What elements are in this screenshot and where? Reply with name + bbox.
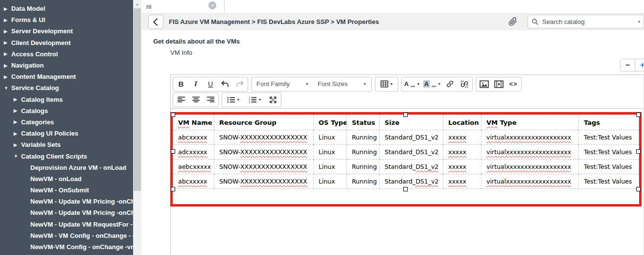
table-cell[interactable]: aebcxxxxx	[173, 160, 214, 174]
sidebar-item-categories[interactable]: ▶Categories	[0, 116, 133, 128]
numbered-list-button[interactable]: 1 2 3 ▼	[244, 93, 266, 106]
table-cell[interactable]: virtualxxxxxxxxxxxxxxxxxx	[482, 160, 579, 174]
undo-button[interactable]	[218, 78, 232, 91]
resize-handle-top-right[interactable]	[636, 113, 641, 117]
table-cell[interactable]: abcxxxxx	[173, 130, 214, 145]
table-cell[interactable]: Linux	[314, 174, 347, 189]
italic-button[interactable]: I	[188, 78, 203, 91]
tab-ni[interactable]: ni ×	[141, 0, 225, 13]
table-cell[interactable]: Standard_DS1_v2	[380, 174, 443, 189]
fullscreen-button[interactable]	[266, 93, 280, 106]
remove-link-button[interactable]	[457, 78, 472, 91]
table-cell[interactable]: virtualxxxxxxxxxxxxxxxxxx	[482, 145, 579, 160]
table-cell[interactable]: Standard_DS1_v2	[380, 130, 443, 145]
sidebar-item-newvm-onload[interactable]: NewVM - onLoad	[0, 173, 133, 185]
tree-collapsed-icon[interactable]: ▶	[4, 18, 9, 23]
table-cell[interactable]: virtualxxxxxxxxxxxxxxxxxx	[482, 130, 579, 145]
sidebar-item-newvm-vm-config-onchange-vm-use[interactable]: NewVM-VM Config - onChange -vm_use	[0, 241, 133, 253]
scrollbar-up-icon[interactable]: ▲	[133, 0, 141, 8]
table-cell[interactable]: Running	[347, 130, 380, 145]
resize-handle-bottom-left[interactable]	[171, 187, 175, 191]
font-family-dropdown[interactable]: Font Family ▼	[252, 78, 313, 91]
insert-media-button[interactable]	[491, 78, 506, 91]
insert-image-button[interactable]	[477, 78, 491, 91]
sidebar-item-newvm-update-vm-requestfor-oncha[interactable]: NewVM - Update VM RequestFor - onCha	[0, 219, 133, 230]
insert-link-button[interactable]	[442, 78, 457, 91]
table-cell[interactable]: Linux	[314, 160, 347, 174]
sidebar-item-catalog-items[interactable]: ▶Catalog Items	[0, 94, 133, 105]
table-cell[interactable]: Running	[347, 160, 380, 174]
tree-collapsed-icon[interactable]: ▶	[4, 29, 9, 34]
table-cell[interactable]: adcxxxxx	[173, 145, 214, 160]
attachment-paperclip-icon[interactable]	[507, 16, 518, 28]
sidebar-item-catalog-client-scripts[interactable]: ▼Catalog Client Scripts	[0, 150, 133, 162]
sidebar-item-forms-ui[interactable]: ▶Forms & UI	[0, 14, 133, 25]
tree-collapsed-icon[interactable]: ▶	[4, 63, 9, 68]
resize-handle-middle-left[interactable]	[171, 149, 175, 154]
vm-table[interactable]: VM NameResource GroupOS TypeStatusSizeLo…	[173, 115, 639, 189]
tree-collapsed-icon[interactable]: ▶	[4, 51, 9, 56]
table-cell[interactable]: Test:Test Values	[579, 145, 639, 160]
tree-collapsed-icon[interactable]: ▶	[14, 131, 19, 136]
tree-expanded-icon[interactable]: ▼	[14, 154, 19, 159]
bold-button[interactable]: B	[174, 78, 188, 91]
sidebar-item-newvm-update-vm-pricing-onchange[interactable]: NewVM - Update VM Pricing -onChange-	[0, 207, 133, 218]
sidebar-item-newvm-onsubmit[interactable]: NewVM - OnSubmit	[0, 185, 133, 196]
back-button[interactable]	[148, 15, 163, 29]
align-right-button[interactable]	[203, 93, 218, 106]
sidebar-item-navigation[interactable]: ▶Navigation	[0, 60, 133, 71]
table-cell[interactable]: xxxxx	[443, 160, 482, 174]
editor-content-area[interactable]: VM NameResource GroupOS TypeStatusSizeLo…	[171, 109, 644, 255]
align-center-button[interactable]	[188, 93, 203, 106]
sidebar-item-content-management[interactable]: ▶Content Management	[0, 71, 133, 82]
table-cell[interactable]: Running	[347, 145, 380, 160]
table-cell[interactable]: Linux	[314, 145, 347, 160]
sidebar-item-catalog-ui-policies[interactable]: ▶Catalog UI Policies	[0, 128, 133, 139]
table-cell[interactable]: xxxxx	[443, 174, 482, 189]
table-cell[interactable]: Standard_DS1_v2	[380, 145, 443, 160]
table-cell[interactable]: Test:Test Values	[579, 160, 639, 174]
align-left-button[interactable]	[174, 93, 188, 106]
tree-collapsed-icon[interactable]: ▶	[14, 108, 19, 113]
table-cell[interactable]: Standard_DS1_v2	[380, 160, 443, 174]
table-cell[interactable]: Running	[347, 174, 380, 189]
resize-handle-top-left[interactable]	[171, 113, 175, 117]
resize-handle-bottom-right[interactable]	[636, 187, 641, 191]
table-cell[interactable]: SNOW-XXXXXXXXXXXXXXXX	[214, 160, 314, 174]
table-cell[interactable]: xxxxx	[443, 130, 482, 145]
source-code-button[interactable]: <>	[506, 78, 521, 91]
table-cell[interactable]: virtualxxxxxxxxxxxxxxxxxx	[482, 174, 579, 189]
underline-button[interactable]: U	[203, 78, 218, 91]
close-icon[interactable]: ×	[208, 1, 216, 9]
table-cell[interactable]: Linux	[314, 130, 347, 145]
bullet-list-button[interactable]: ▼	[223, 93, 244, 106]
sidebar-item-data-model[interactable]: ▶Data Model	[0, 3, 133, 14]
sidebar-item-service-catalog[interactable]: ▼Service Catalog	[0, 82, 133, 93]
redo-button[interactable]	[232, 78, 247, 91]
tree-collapsed-icon[interactable]: ▶	[14, 97, 19, 102]
sidebar-item-newvm-update-vm-pricing-onchange[interactable]: NewVM - Update VM Pricing -onChange-	[0, 196, 133, 207]
sidebar-item-catalogs[interactable]: ▶Catalogs	[0, 105, 133, 116]
table-cell[interactable]: Test:Test Values	[579, 174, 639, 189]
resize-handle-top-middle[interactable]	[403, 113, 408, 117]
search-catalog-box[interactable]: ▾	[528, 15, 644, 28]
sidebar-item-client-development[interactable]: ▶Client Development	[0, 37, 133, 48]
table-menu-button[interactable]: ▼	[376, 78, 397, 91]
sidebar-item-variable-sets[interactable]: ▶Variable Sets	[0, 139, 133, 150]
text-color-button[interactable]: A ▼	[402, 78, 422, 91]
resize-handle-bottom-middle[interactable]	[403, 187, 408, 191]
tree-collapsed-icon[interactable]: ▶	[4, 40, 9, 45]
tree-collapsed-icon[interactable]: ▶	[14, 142, 19, 147]
table-cell[interactable]: Test:Test Values	[579, 130, 639, 145]
search-caret-icon[interactable]: ▾	[638, 20, 640, 24]
sidebar-item-newvm-vm-config-onchange-os-nam[interactable]: NewVM - VM Config - onChange - os_nam	[0, 230, 133, 241]
tree-collapsed-icon[interactable]: ▶	[14, 119, 19, 124]
table-cell[interactable]: xxxxx	[443, 145, 482, 160]
table-cell[interactable]: SNOW-XXXXXXXXXXXXXXXX	[214, 174, 314, 189]
sidebar-item-re-start-azure-vm-onload[interactable]: Re-Start Azure VM - onLoad	[0, 253, 133, 255]
sidebar-item-access-control[interactable]: ▶Access Control	[0, 48, 133, 60]
sidebar-item-deprovision-azure-vm-onload[interactable]: Deprovision Azure VM - onLoad	[0, 162, 133, 173]
tree-collapsed-icon[interactable]: ▶	[4, 74, 9, 79]
scrollbar-thumb[interactable]	[134, 8, 141, 191]
collapse-button[interactable]: −	[620, 59, 635, 71]
